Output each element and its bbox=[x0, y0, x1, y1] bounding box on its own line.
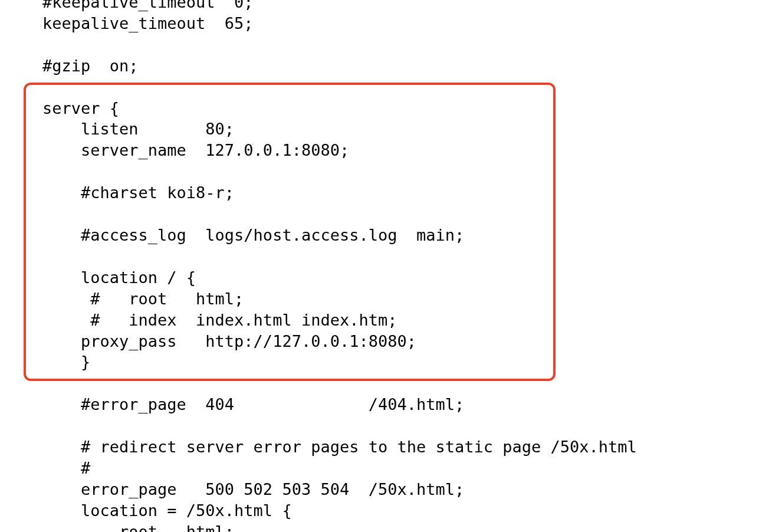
nginx-config-code: #keepalive_timeout 0; keepalive_timeout … bbox=[0, 0, 782, 532]
config-text: #keepalive_timeout 0; keepalive_timeout … bbox=[42, 0, 637, 532]
